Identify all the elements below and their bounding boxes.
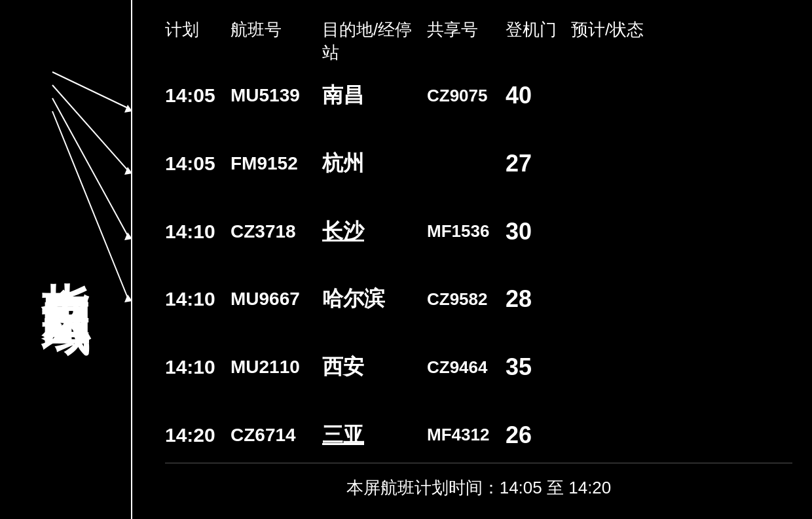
header-flight: 航班号 <box>231 18 322 64</box>
cell-dest: 三亚 <box>322 421 427 450</box>
cell-time: 14:20 <box>165 424 231 446</box>
table-body: 14:05MU5139南昌CZ90754014:05FM9152杭州2714:1… <box>165 75 792 456</box>
svg-line-2 <box>52 85 128 170</box>
cell-flight: MU5139 <box>231 85 322 106</box>
cell-share: MF4312 <box>427 425 506 445</box>
left-panel: 指定识别区域 <box>0 0 131 519</box>
cell-gate: 35 <box>506 353 571 381</box>
cell-time: 14:10 <box>165 288 231 310</box>
left-title: 指定识别区域 <box>39 244 91 276</box>
cell-time: 14:10 <box>165 356 231 378</box>
table-row: 14:20CZ6714三亚MF431226 <box>165 414 792 456</box>
right-panel: 计划 航班号 目的地/经停站 共享号 登机门 预计/状态 14:05MU5139… <box>131 0 812 519</box>
cell-share: CZ9075 <box>427 86 506 106</box>
table-row: 14:10CZ3718长沙MF153630 <box>165 211 792 253</box>
cell-flight: FM9152 <box>231 153 322 174</box>
cell-flight: MU2110 <box>231 357 322 378</box>
table-row: 14:05FM9152杭州27 <box>165 143 792 185</box>
header-time: 计划 <box>165 18 231 64</box>
table-row: 14:05MU5139南昌CZ907540 <box>165 75 792 116</box>
cell-gate: 40 <box>506 82 571 109</box>
table-row: 14:10MU9667哈尔滨CZ958228 <box>165 278 792 320</box>
cell-gate: 28 <box>506 285 571 313</box>
svg-line-0 <box>52 72 128 108</box>
table-header: 计划 航班号 目的地/经停站 共享号 登机门 预计/状态 <box>165 13 792 75</box>
cell-time: 14:05 <box>165 84 231 107</box>
header-gate: 登机门 <box>506 18 571 64</box>
cell-flight: CZ3718 <box>231 221 322 242</box>
cell-time: 14:10 <box>165 221 231 243</box>
cell-dest: 南昌 <box>322 81 427 110</box>
header-status: 预计/状态 <box>571 18 669 64</box>
cell-flight: CZ6714 <box>231 425 322 446</box>
header-dest: 目的地/经停站 <box>322 18 427 64</box>
cell-dest: 哈尔滨 <box>322 285 427 313</box>
cell-flight: MU9667 <box>231 289 322 310</box>
cell-gate: 27 <box>506 150 571 177</box>
header-share: 共享号 <box>427 18 506 64</box>
footer: 本屏航班计划时间：14:05 至 14:20 <box>165 463 792 506</box>
cell-share: CZ9582 <box>427 289 506 310</box>
cell-time: 14:05 <box>165 152 231 175</box>
cell-dest: 西安 <box>322 353 427 382</box>
cell-dest: 长沙 <box>322 217 427 246</box>
table-row: 14:10MU2110西安CZ946435 <box>165 346 792 388</box>
cell-gate: 26 <box>506 421 571 449</box>
cell-share: CZ9464 <box>427 357 506 378</box>
cell-gate: 30 <box>506 218 571 245</box>
svg-line-4 <box>52 98 128 236</box>
cell-share: MF1536 <box>427 221 506 242</box>
cell-dest: 杭州 <box>322 149 427 178</box>
